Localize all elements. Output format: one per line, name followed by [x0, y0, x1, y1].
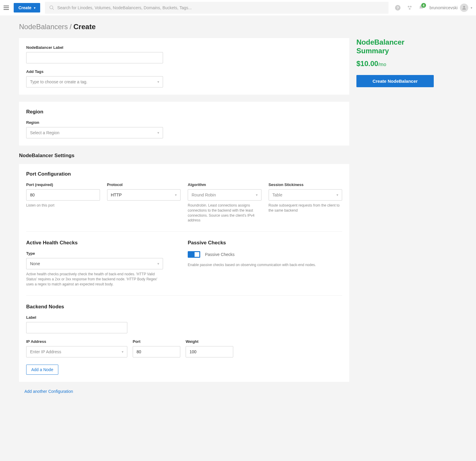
help-icon[interactable]: ?	[394, 4, 401, 11]
chevron-down-icon: ▾	[256, 193, 258, 197]
svg-text:?: ?	[397, 6, 399, 10]
add-node-button[interactable]: Add a Node	[26, 365, 58, 375]
summary-panel: NodeBalancer Summary $10.00/mo Create No…	[356, 38, 445, 87]
chevron-down-icon: ▾	[336, 193, 338, 197]
region-field-label: Region	[26, 120, 342, 125]
algorithm-select[interactable]: Round Robin ▾	[188, 189, 262, 201]
backend-port-input[interactable]	[133, 346, 180, 357]
backend-title: Backend Nodes	[26, 304, 342, 310]
svg-point-7	[463, 6, 465, 8]
region-placeholder: Select a Region	[30, 130, 60, 135]
chevron-down-icon: ▾	[157, 262, 159, 266]
settings-title: NodeBalancer Settings	[19, 153, 349, 159]
breadcrumb-current: Create	[73, 23, 96, 31]
chevron-down-icon: ▾	[122, 350, 123, 354]
active-type-label: Type	[26, 251, 181, 256]
backend-ip-placeholder: Enter IP Address	[30, 349, 61, 354]
active-checks-title: Active Health Checks	[26, 240, 181, 246]
algorithm-value: Round Robin	[192, 193, 216, 197]
protocol-value: HTTP	[111, 193, 122, 197]
svg-point-5	[410, 6, 412, 7]
backend-weight-label: Weight	[186, 339, 233, 344]
create-nodebalancer-button[interactable]: Create NodeBalancer	[356, 75, 434, 87]
passive-checks-helper: Enable passive checks based on observing…	[188, 262, 342, 268]
stickiness-label: Session Stickiness	[269, 182, 342, 187]
breadcrumb: NodeBalancers / Create	[19, 23, 445, 31]
add-configuration-link[interactable]: Add another Configuration	[19, 389, 349, 394]
create-button-label: Create	[18, 5, 32, 10]
passive-checks-title: Passive Checks	[188, 240, 342, 246]
chevron-down-icon: ▾	[471, 6, 472, 10]
backend-label-input[interactable]	[26, 322, 127, 333]
svg-point-0	[50, 6, 53, 9]
svg-point-4	[408, 6, 409, 7]
port-input[interactable]	[26, 189, 100, 201]
backend-label-label: Label	[26, 315, 127, 320]
stickiness-value: Table	[273, 193, 282, 197]
notification-badge: 4	[421, 3, 426, 8]
top-bar: Create ▾ ? 4 brunomircevski ▾	[0, 0, 476, 15]
tags-label: Add Tags	[26, 69, 342, 74]
nodebalancer-label-label: NodeBalancer Label	[26, 45, 342, 50]
notifications-button[interactable]: 4	[418, 5, 424, 11]
chevron-down-icon: ▾	[157, 80, 159, 84]
username-label: brunomircevski	[430, 5, 458, 10]
user-menu[interactable]: brunomircevski ▾	[430, 4, 472, 12]
backend-ip-label: IP Address	[26, 339, 127, 344]
svg-line-1	[52, 8, 54, 10]
chevron-down-icon: ▾	[34, 6, 35, 10]
search-icon	[49, 5, 54, 10]
backend-ip-select[interactable]: Enter IP Address ▾	[26, 346, 127, 357]
label-card: NodeBalancer Label Add Tags Type to choo…	[19, 38, 349, 95]
summary-price: $10.00/mo	[356, 60, 445, 68]
active-checks-helper: Active health checks proactively check t…	[26, 272, 163, 287]
backend-weight-input[interactable]	[186, 346, 233, 357]
region-select[interactable]: Select a Region ▾	[26, 127, 163, 138]
region-card: Region Region Select a Region ▾	[19, 102, 349, 146]
backend-port-label: Port	[133, 339, 180, 344]
port-helper: Listen on this port	[26, 203, 100, 208]
port-label: Port (required)	[26, 182, 100, 187]
breadcrumb-parent[interactable]: NodeBalancers	[19, 23, 68, 31]
algorithm-helper: Roundrobin. Least connections assigns co…	[188, 203, 262, 223]
protocol-label: Protocol	[107, 182, 181, 187]
create-nodebalancer-label: Create NodeBalancer	[372, 79, 418, 84]
protocol-select[interactable]: HTTP ▾	[107, 189, 181, 201]
summary-title: NodeBalancer Summary	[356, 38, 445, 55]
active-type-select[interactable]: None ▾	[26, 258, 163, 269]
passive-checks-toggle-label: Passive Checks	[205, 252, 235, 257]
search-bar[interactable]	[45, 2, 389, 14]
stickiness-helper: Route subsequent requests from the clien…	[269, 203, 342, 213]
chevron-down-icon: ▾	[175, 193, 177, 197]
port-config-title: Port Configuration	[26, 171, 342, 177]
stickiness-select[interactable]: Table ▾	[269, 189, 342, 201]
active-type-value: None	[30, 261, 40, 266]
algorithm-label: Algorithm	[188, 182, 262, 187]
menu-icon[interactable]	[4, 4, 11, 11]
top-icons: ? 4 brunomircevski ▾	[394, 4, 472, 12]
breadcrumb-separator: /	[70, 23, 72, 31]
add-configuration-label: Add another Configuration	[24, 389, 73, 394]
region-title: Region	[26, 109, 342, 115]
search-input[interactable]	[57, 5, 384, 10]
svg-point-6	[409, 8, 411, 10]
passive-checks-toggle[interactable]	[188, 251, 200, 258]
create-button[interactable]: Create ▾	[14, 3, 40, 12]
community-icon[interactable]	[406, 4, 413, 11]
settings-card: Port Configuration Port (required) Liste…	[19, 164, 349, 382]
nodebalancer-label-input[interactable]	[26, 52, 163, 63]
tags-select[interactable]: Type to choose or create a tag. ▾	[26, 76, 163, 87]
chevron-down-icon: ▾	[157, 131, 159, 135]
avatar-icon	[460, 4, 468, 12]
add-node-label: Add a Node	[31, 367, 53, 372]
tags-placeholder: Type to choose or create a tag.	[30, 79, 87, 84]
